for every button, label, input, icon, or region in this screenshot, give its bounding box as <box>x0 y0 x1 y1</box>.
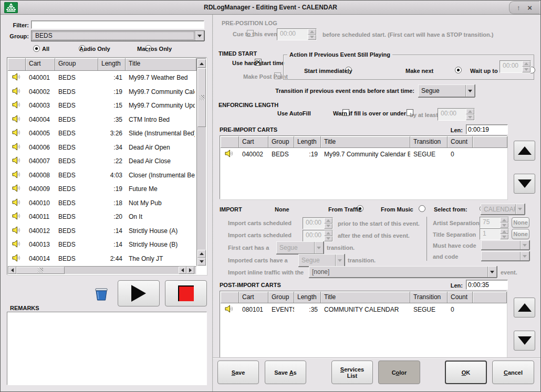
col-filler[interactable] <box>473 292 507 303</box>
must-have-code-select[interactable] <box>481 240 529 250</box>
col-group[interactable]: Group <box>268 292 294 303</box>
close-window-icon[interactable]: × <box>527 4 532 12</box>
col-title[interactable]: Title <box>126 58 196 71</box>
col-transition[interactable]: Transition <box>410 292 448 303</box>
artist-separation-none-button[interactable]: None <box>512 217 529 228</box>
cart-list-row[interactable]: 040009 BEDS :19 Future Me <box>8 182 196 196</box>
col-filler[interactable] <box>473 136 507 148</box>
spin-down-icon[interactable] <box>500 234 508 239</box>
inline-traffic-select[interactable]: [none] <box>309 266 497 278</box>
warn-margin-spinbox[interactable]: 00:00 <box>438 108 475 121</box>
cue-time-spinbox[interactable]: 00:00 <box>277 28 317 40</box>
chevron-down-icon[interactable] <box>487 267 496 277</box>
cart-list-row[interactable]: 040008 BEDS 4:03 Closer (Instrumental Be… <box>8 168 196 183</box>
cart-list-row[interactable]: 040001 BEDS :41 My99.7 Weather Bed <box>8 71 196 85</box>
scroll-up-icon[interactable] <box>197 59 206 68</box>
title-separation-none-button[interactable]: None <box>512 229 529 239</box>
shade-window-icon[interactable]: ↑ <box>517 4 521 11</box>
scroll-up-icon[interactable] <box>197 250 206 258</box>
spin-down-icon[interactable] <box>324 236 332 242</box>
post-import-move-down-button[interactable] <box>514 331 535 351</box>
col-icon[interactable] <box>8 58 26 71</box>
pre-import-move-down-button[interactable] <box>514 174 535 194</box>
titlebar[interactable]: RDLogManager - Editing Event - CALENDAR … <box>1 1 540 15</box>
select-from-select[interactable]: CALENDAR <box>481 204 525 215</box>
trash-icon[interactable] <box>93 286 109 302</box>
services-list-button[interactable]: Services List <box>331 361 373 384</box>
sched-prior-spinbox[interactable]: 00:00 <box>303 217 333 229</box>
col-length[interactable]: Length <box>98 58 126 71</box>
post-import-len-input[interactable] <box>466 280 507 289</box>
pre-import-len-input[interactable] <box>466 125 507 134</box>
spin-up-icon[interactable] <box>522 61 530 67</box>
col-length[interactable]: Length <box>294 292 321 303</box>
scroll-right-icon[interactable] <box>186 267 194 274</box>
cart-list-row[interactable]: 040012 BEDS :14 Strictly House (A) <box>8 224 196 238</box>
cart-list-row[interactable]: 040003 BEDS :15 My99.7 Community Upd <box>8 99 196 113</box>
color-button[interactable]: Color <box>378 361 420 384</box>
vscroll-thumb[interactable] <box>197 68 206 127</box>
cart-list-row[interactable]: 040006 BEDS :34 Dead Air Open <box>8 141 196 155</box>
col-group[interactable]: Group <box>268 136 294 148</box>
pre-import-move-up-button[interactable] <box>514 141 535 161</box>
chevron-down-icon[interactable] <box>515 204 524 214</box>
col-length[interactable]: Length <box>294 136 321 148</box>
spin-down-icon[interactable] <box>500 223 508 228</box>
artist-separation-spinbox[interactable]: 75 <box>480 217 509 228</box>
ok-button[interactable]: OK <box>445 361 487 384</box>
col-transition[interactable]: Transition <box>410 136 448 148</box>
stop-button[interactable] <box>165 280 207 306</box>
radio-all[interactable] <box>33 45 40 52</box>
spin-down-icon[interactable] <box>308 35 316 40</box>
chevron-down-icon[interactable] <box>195 31 204 40</box>
col-title[interactable]: Title <box>321 136 410 148</box>
col-count[interactable]: Count <box>448 292 473 303</box>
cart-list-row[interactable]: 040010 BEDS :18 Not My Pub <box>8 196 196 210</box>
col-icon[interactable] <box>221 136 239 148</box>
import-cart-row[interactable]: 080101 EVENTS :35 COMMUNITY CALENDAR SEG… <box>221 303 507 316</box>
cart-list-row[interactable]: 040002 BEDS :19 My99.7 Community Cale <box>8 85 196 99</box>
play-button[interactable] <box>118 280 160 306</box>
cart-list-row[interactable]: 040011 BEDS :20 On It <box>8 210 196 224</box>
col-cart[interactable]: Cart <box>239 292 268 303</box>
spin-up-icon[interactable] <box>500 229 508 234</box>
post-import-move-up-button[interactable] <box>514 298 535 317</box>
chevron-down-icon[interactable] <box>465 85 474 97</box>
spin-down-icon[interactable] <box>324 224 332 229</box>
spin-down-icon[interactable] <box>522 67 530 72</box>
filter-input[interactable] <box>32 21 204 28</box>
hscroll-thumb[interactable] <box>16 267 65 274</box>
cart-list-row[interactable]: 040014 BEDS 2:44 The Only JT <box>8 252 196 266</box>
group-select[interactable]: BEDS <box>31 30 204 41</box>
cart-list-row[interactable]: 040007 BEDS :22 Dead Air Close <box>8 154 196 168</box>
spin-down-icon[interactable] <box>466 114 474 120</box>
imported-transition-select[interactable]: Segue <box>298 254 345 267</box>
col-count[interactable]: Count <box>448 136 473 148</box>
sched-after-spinbox[interactable]: 00:00 <box>303 230 333 242</box>
remarks-textarea[interactable] <box>7 312 206 385</box>
scroll-left-icon[interactable] <box>8 267 16 274</box>
cart-list-row[interactable]: 040004 BEDS :35 CTM Intro Bed <box>8 113 196 127</box>
spin-up-icon[interactable] <box>308 29 316 35</box>
chevron-down-icon[interactable] <box>520 241 529 249</box>
col-icon[interactable] <box>221 292 239 303</box>
spin-up-icon[interactable] <box>500 217 508 223</box>
scroll-down-icon[interactable] <box>197 258 206 266</box>
wait-time-spinbox[interactable]: 00:00 <box>500 60 531 73</box>
col-cart[interactable]: Cart <box>239 136 268 148</box>
spin-up-icon[interactable] <box>324 218 332 224</box>
col-cart[interactable]: Cart <box>26 58 55 71</box>
scroll-left-icon[interactable] <box>179 267 186 274</box>
cart-list-vscrollbar[interactable] <box>196 58 206 266</box>
col-title[interactable]: Title <box>321 292 410 303</box>
first-cart-transition-select[interactable]: Segue <box>276 241 324 254</box>
chevron-down-icon[interactable] <box>314 242 323 253</box>
title-separation-spinbox[interactable]: 1 <box>480 228 509 240</box>
col-group[interactable]: Group <box>55 58 98 71</box>
save-button[interactable]: Save <box>217 361 259 384</box>
cancel-button[interactable]: Cancel <box>492 361 534 384</box>
transition-select[interactable]: Segue <box>418 84 475 97</box>
cart-list-hscrollbar[interactable] <box>8 266 196 274</box>
spin-up-icon[interactable] <box>324 230 332 236</box>
save-as-button[interactable]: Save As <box>265 361 306 384</box>
